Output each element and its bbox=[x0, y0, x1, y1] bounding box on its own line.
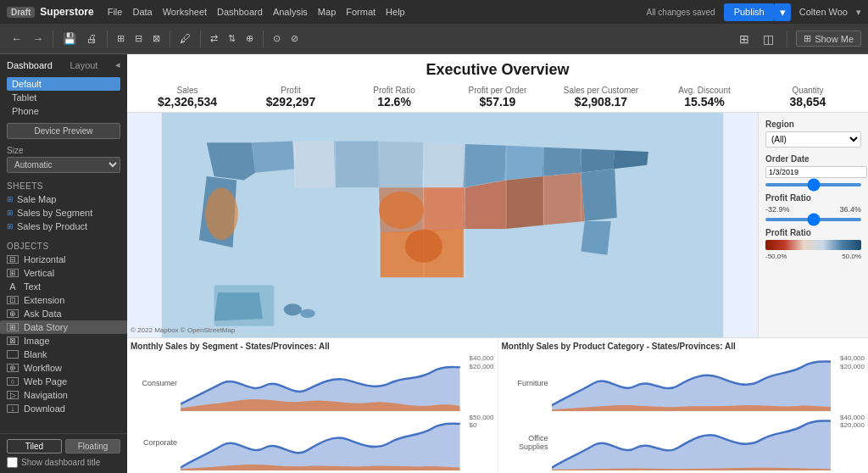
object-web-page[interactable]: ○ Web Page bbox=[0, 375, 127, 388]
date-range-slider[interactable] bbox=[765, 183, 861, 186]
date-start-input[interactable]: 1/3/2019 bbox=[765, 166, 867, 178]
object-icon-blank bbox=[7, 350, 19, 359]
device-tablet[interactable]: Tablet bbox=[7, 91, 120, 104]
kpi-sales-customer-value: $2,908.17 bbox=[553, 95, 649, 109]
object-icon-data-story: ⊞ bbox=[7, 323, 19, 331]
object-ask-data[interactable]: ⊕ Ask Data bbox=[0, 307, 127, 320]
chart-row-consumer: Consumer $40,000$20,000 bbox=[131, 354, 494, 412]
object-text[interactable]: A Text bbox=[0, 280, 127, 293]
publish-dropdown[interactable]: ▾ bbox=[775, 3, 791, 21]
show-me-label: Show Me bbox=[815, 34, 854, 44]
kpi-sales: Sales $2,326,534 bbox=[136, 84, 239, 110]
kpi-sales-customer-label: Sales per Customer bbox=[553, 86, 649, 95]
sheet-sales-segment[interactable]: ⊞ Sales by Segment bbox=[0, 206, 127, 220]
profit-ratio-color: Profit Ratio -50.0% 50.0% bbox=[765, 228, 861, 260]
menu-map[interactable]: Map bbox=[318, 7, 336, 17]
sheet-sale-map[interactable]: ⊞ Sale Map bbox=[0, 192, 127, 206]
chart-row-corporate: Corporate $50,000$0 bbox=[131, 414, 494, 471]
app-name: Superstore bbox=[40, 6, 93, 18]
object-vertical[interactable]: ⊞ Vertical bbox=[0, 266, 127, 280]
object-horizontal[interactable]: ⊟ Horizontal bbox=[0, 253, 127, 266]
object-icon-image: ⊠ bbox=[7, 337, 19, 345]
corporate-sparkline bbox=[181, 414, 460, 471]
tiled-button[interactable]: Tiled bbox=[7, 439, 62, 454]
kpi-sales-value: $2,326,534 bbox=[139, 95, 236, 109]
object-workflow[interactable]: ⊛ Workflow bbox=[0, 361, 127, 375]
profit-ratio-filter: Profit Ratio -32.9% 36.4% bbox=[765, 193, 861, 221]
device-preview-button[interactable]: Device Preview bbox=[7, 123, 120, 139]
kpi-profit-value: $292,297 bbox=[242, 95, 339, 109]
dashboard-tab[interactable]: Dashboard bbox=[7, 60, 53, 70]
menu-items: File Data Worksheet Dashboard Analysis M… bbox=[108, 7, 405, 17]
panel-collapse-btn[interactable]: ◂ bbox=[115, 59, 120, 70]
menu-dashboard[interactable]: Dashboard bbox=[217, 7, 263, 17]
tile-float-row: Tiled Floating bbox=[7, 439, 120, 454]
size-dropdown[interactable]: Automatic bbox=[7, 157, 120, 173]
object-icon-horizontal: ⊟ bbox=[7, 255, 19, 264]
sort-button[interactable]: ⇅ bbox=[224, 31, 240, 47]
bottom-controls: Tiled Floating Show dashboard title bbox=[0, 433, 127, 473]
kpi-profit-order-value: $57.19 bbox=[449, 95, 546, 109]
office-supplies-label: Office Supplies bbox=[502, 434, 548, 451]
device-default[interactable]: Default bbox=[7, 77, 120, 91]
show-me-button[interactable]: ⊞ Show Me bbox=[796, 31, 861, 47]
menu-file[interactable]: File bbox=[108, 7, 123, 17]
corporate-label: Corporate bbox=[131, 438, 177, 447]
object-navigation[interactable]: ▷ Navigation bbox=[0, 388, 127, 402]
region-select[interactable]: (All) bbox=[765, 131, 861, 147]
annotation-button[interactable]: ⊘ bbox=[287, 31, 303, 47]
consumer-chart: $40,000$20,000 bbox=[181, 354, 494, 412]
region-filter: Region (All) bbox=[765, 120, 861, 147]
fit-button[interactable]: ◫ bbox=[759, 30, 778, 48]
menu-help[interactable]: Help bbox=[386, 7, 405, 17]
furniture-chart: $40,000$20,000 bbox=[552, 354, 865, 412]
left-panel: Dashboard Layout ◂ Default Tablet Phone … bbox=[0, 54, 127, 473]
view-button[interactable]: ⊞ bbox=[735, 30, 754, 48]
kpi-profit-ratio-value: 12.6% bbox=[346, 95, 442, 109]
menu-format[interactable]: Format bbox=[346, 7, 376, 17]
kpi-quantity: Quantity 38,654 bbox=[756, 84, 860, 110]
menu-worksheet[interactable]: Worksheet bbox=[163, 7, 207, 17]
redo-button[interactable]: → bbox=[28, 30, 47, 47]
charts-row: Monthly Sales by Segment - States/Provin… bbox=[127, 337, 868, 473]
menu-data[interactable]: Data bbox=[132, 7, 152, 17]
map-controls-row: © 2022 Mapbox © OpenStreetMap Region (Al… bbox=[127, 113, 868, 337]
object-data-story[interactable]: ⊞ Data Story bbox=[0, 320, 127, 334]
undo-button[interactable]: ← bbox=[7, 30, 26, 47]
object-extension[interactable]: ⊡ Extension bbox=[0, 293, 127, 307]
object-icon-text: A bbox=[7, 281, 19, 292]
highlight-button[interactable]: ⊕ bbox=[242, 31, 258, 47]
right-chart-panel: Monthly Sales by Product Category - Stat… bbox=[498, 338, 869, 473]
tooltip-button[interactable]: ⊙ bbox=[269, 31, 285, 47]
sheet-sales-product[interactable]: ⊞ Sales by Product bbox=[0, 220, 127, 233]
extract-button[interactable]: ⊠ bbox=[148, 31, 164, 47]
connect-button[interactable]: ⊟ bbox=[131, 31, 147, 47]
menu-analysis[interactable]: Analysis bbox=[273, 7, 308, 17]
floating-button[interactable]: Floating bbox=[65, 439, 120, 454]
object-download[interactable]: ↓ Download bbox=[0, 402, 127, 415]
new-datasource-button[interactable]: ⊞ bbox=[113, 31, 129, 47]
user-name[interactable]: Colten Woo bbox=[799, 7, 848, 17]
layout-tab[interactable]: Layout bbox=[70, 60, 97, 70]
color-scale-min: -50.0% bbox=[765, 253, 787, 260]
publish-button[interactable]: Publish bbox=[724, 3, 775, 21]
format-button[interactable]: 🖊 bbox=[175, 30, 195, 47]
map-container[interactable]: © 2022 Mapbox © OpenStreetMap bbox=[127, 113, 758, 337]
object-blank[interactable]: Blank bbox=[0, 348, 127, 361]
print-button[interactable]: 🖨 bbox=[82, 30, 102, 47]
device-phone[interactable]: Phone bbox=[7, 104, 120, 118]
object-image[interactable]: ⊠ Image bbox=[0, 334, 127, 348]
show-title-checkbox[interactable] bbox=[7, 457, 18, 468]
kpi-profit-ratio: Profit Ratio 12.6% bbox=[342, 84, 446, 110]
swap-button[interactable]: ⇄ bbox=[206, 31, 222, 47]
save-button[interactable]: 💾 bbox=[58, 30, 81, 47]
size-label: Size bbox=[7, 146, 120, 155]
toolbar-sep-5 bbox=[263, 31, 264, 47]
kpi-sales-label: Sales bbox=[139, 86, 236, 95]
usa-map-svg bbox=[127, 113, 758, 337]
chart-row-office-supplies: Office Supplies $40,000$20,000 bbox=[502, 414, 865, 471]
user-chevron[interactable]: ▾ bbox=[856, 7, 861, 18]
object-icon-web: ○ bbox=[7, 377, 19, 386]
date-range: 1/3/2019 12/30/2022 bbox=[765, 166, 861, 178]
profit-ratio-slider[interactable] bbox=[765, 218, 861, 221]
